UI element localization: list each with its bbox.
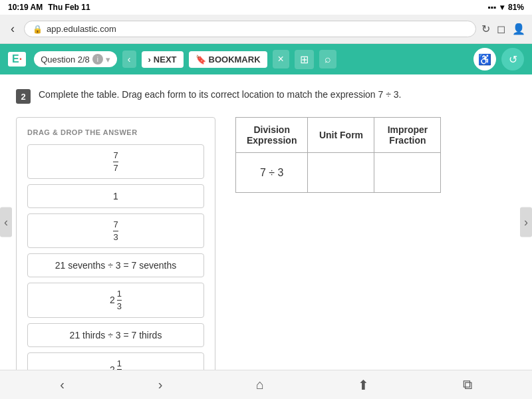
drag-item-5[interactable]: 2 1 3 [27, 283, 204, 317]
browser-bar: ‹ 🔒 app.edulastic.com ↻ ◻ 👤 [0, 15, 532, 44]
close-button[interactable]: × [273, 50, 289, 68]
drag-item-7[interactable]: 2 1 7 [27, 352, 204, 370]
home-button[interactable]: ⌂ [245, 374, 275, 395]
prev-button[interactable]: ‹ [122, 51, 136, 68]
question-header: 2 Complete the table. Drag each form to … [16, 88, 516, 104]
bookmark-icon: 🔖 [196, 55, 206, 65]
status-bar: 10:19 AM Thu Feb 11 ▪▪▪ ▾ 81% [0, 0, 532, 15]
battery-label: 81% [508, 3, 524, 12]
calendar-button[interactable]: ⊞ [295, 50, 314, 69]
lock-icon: 🔒 [33, 25, 43, 34]
slide-left-arrow[interactable]: ‹ [0, 207, 12, 237]
question-number: 2 [16, 89, 31, 104]
col-header-unit-form: Unit Form [308, 118, 374, 153]
next-button[interactable]: › NEXT [142, 51, 184, 68]
bottom-bar: ‹ › ⌂ ⬆ ⧉ [0, 370, 532, 399]
reload-button[interactable]: ↻ [481, 23, 490, 35]
search-button[interactable]: ⌕ [319, 50, 336, 68]
drag-item-1[interactable]: 7 7 [27, 144, 204, 179]
answer-table: DivisionExpression Unit Form ImproperFra… [235, 117, 441, 193]
table-row: 7 ÷ 3 [236, 153, 441, 193]
status-time: 10:19 AM [8, 3, 43, 12]
drag-drop-title: DRAG & DROP THE ANSWER [27, 128, 204, 136]
refresh-button[interactable]: ↺ [501, 48, 524, 70]
main-content: ‹ › 2 Complete the table. Drag each form… [0, 74, 532, 370]
col-header-expression: DivisionExpression [236, 118, 308, 153]
status-date: Thu Feb 11 [48, 3, 90, 12]
drag-item-3[interactable]: 7 3 [27, 213, 204, 248]
cell-improper-fraction[interactable] [374, 153, 441, 193]
browser-back-button[interactable]: ‹ [7, 21, 19, 37]
bookmark-button[interactable]: 🔖 BOOKMARK [189, 51, 267, 68]
tabs-button[interactable]: ⧉ [452, 374, 483, 395]
question-counter: Question 2/8 i ▾ [34, 51, 117, 67]
next-arrow-icon: › [148, 55, 151, 65]
browser-forward-nav[interactable]: › [148, 374, 174, 395]
wifi-icon: ▾ [500, 3, 504, 12]
drag-item-4[interactable]: 21 sevenths ÷ 3 = 7 sevenths [27, 253, 204, 277]
profile-button[interactable]: 👤 [512, 23, 525, 35]
drag-drop-area: DRAG & DROP THE ANSWER 7 7 1 7 3 [16, 117, 215, 370]
browser-back-nav[interactable]: ‹ [49, 374, 75, 395]
question-body: DRAG & DROP THE ANSWER 7 7 1 7 3 [16, 117, 516, 370]
drag-item-6[interactable]: 21 thirds ÷ 3 = 7 thirds [27, 323, 204, 347]
bookmark-button[interactable]: ◻ [497, 23, 505, 35]
info-icon[interactable]: i [92, 54, 103, 65]
url-text: app.edulastic.com [47, 24, 116, 34]
app-toolbar: E· Question 2/8 i ▾ ‹ › NEXT 🔖 BOOKMARK … [0, 44, 532, 74]
col-header-improper: ImproperFraction [374, 118, 441, 153]
drag-item-2[interactable]: 1 [27, 184, 204, 208]
url-bar[interactable]: 🔒 app.edulastic.com [24, 21, 476, 37]
cell-unit-form[interactable] [308, 153, 374, 193]
cell-expression: 7 ÷ 3 [236, 153, 308, 193]
chevron-down-icon[interactable]: ▾ [106, 55, 110, 65]
question-text: Complete the table. Drag each form to it… [39, 88, 401, 102]
app-logo: E· [8, 52, 26, 66]
accessibility-button[interactable]: ♿ [473, 48, 496, 70]
slide-right-arrow[interactable]: › [520, 207, 532, 237]
signal-icon: ▪▪▪ [487, 3, 496, 12]
share-button[interactable]: ⬆ [347, 374, 380, 396]
